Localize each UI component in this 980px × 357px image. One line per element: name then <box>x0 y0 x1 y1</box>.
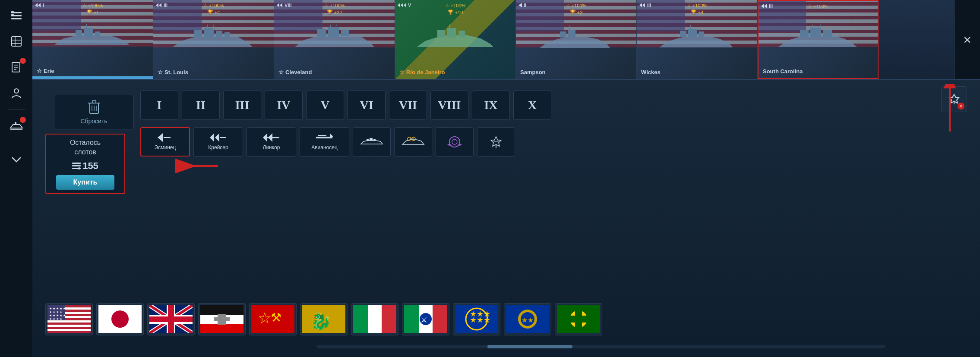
tier-btn-iv[interactable]: IV <box>265 91 303 120</box>
svg-marker-64 <box>215 133 219 142</box>
svg-rect-89 <box>47 320 91 323</box>
ship-name-cleveland: ☆ Cleveland <box>278 69 312 75</box>
tier-btn-ix[interactable]: IX <box>472 91 510 120</box>
sidebar-item-profile[interactable] <box>5 82 28 104</box>
tier-btn-vi[interactable]: VI <box>348 91 386 120</box>
ship-card-sampson[interactable]: II ☆+100% 🏆+3 Sampson <box>516 0 637 79</box>
close-carousel-button[interactable]: × <box>954 0 980 80</box>
svg-rect-50 <box>680 31 686 37</box>
svg-rect-2 <box>11 18 22 19</box>
svg-rect-24 <box>194 30 202 38</box>
tier-btn-v[interactable]: V <box>306 91 344 120</box>
svg-rect-4 <box>11 14 14 16</box>
svg-marker-48 <box>639 3 642 7</box>
scrollbar[interactable] <box>317 345 885 348</box>
svg-text:🐉: 🐉 <box>311 311 332 331</box>
sidebar-item-roster[interactable] <box>5 30 28 53</box>
svg-rect-5 <box>12 37 21 46</box>
stars-southcarolina: ☆+100% <box>808 3 828 9</box>
svg-rect-119 <box>368 305 382 333</box>
flag-btn-pan-europe[interactable]: ★★★ ★★★ <box>453 303 500 335</box>
ship-card-southcarolina[interactable]: III ☆+100% South Carolina <box>758 0 879 79</box>
svg-rect-45 <box>560 31 566 38</box>
type-btn-destroyer[interactable]: Эсминец <box>140 127 190 157</box>
sidebar-item-ships[interactable] <box>5 115 28 138</box>
scrollbar-thumb[interactable] <box>487 345 573 348</box>
book-badge <box>20 58 26 64</box>
svg-rect-71 <box>318 135 326 136</box>
flag-btn-pan-america[interactable] <box>555 303 602 335</box>
slots-count: 2 155 <box>72 160 98 172</box>
ship-card-wickes[interactable]: III ☆+100% 🏆+4 Wickes <box>637 0 758 79</box>
svg-point-98 <box>111 310 129 328</box>
ship-carousel: I ☆ +100% 🏆 +1 <box>32 0 980 80</box>
flag-btn-usa[interactable]: ★ ★ ★ ★ ★ ★ ★ ★ ★ ★ ★ ★ ★ ★ ★ ★ ★ ★ <box>45 303 93 335</box>
type-btn-pin[interactable] <box>477 127 515 157</box>
reset-filter-button[interactable]: Сбросить <box>54 95 134 129</box>
sidebar-item-book[interactable] <box>5 56 28 78</box>
buy-slots-button[interactable]: Купить <box>56 175 115 190</box>
ship-type-filter-row: Эсминец Крейсер Линкор <box>140 127 933 157</box>
tier-badge-southcarolina: III <box>761 3 773 9</box>
type-btn-special2[interactable] <box>394 127 432 157</box>
svg-marker-17 <box>38 3 41 7</box>
flag-btn-uk[interactable] <box>147 303 195 335</box>
ship-image-erie <box>37 13 149 65</box>
flag-btn-japan[interactable] <box>96 303 144 335</box>
svg-text:⚒: ⚒ <box>271 311 281 324</box>
svg-rect-122 <box>404 305 419 333</box>
svg-rect-51 <box>688 29 697 38</box>
svg-marker-31 <box>280 3 282 7</box>
tier-btn-ii[interactable]: II <box>182 91 220 120</box>
flag-btn-commonwealth[interactable]: ★★ <box>504 303 551 335</box>
tier-badge-sampson: II <box>518 3 526 8</box>
tier-btn-x[interactable]: X <box>513 91 551 120</box>
sidebar-item-menu[interactable] <box>5 4 28 27</box>
main-content: I ☆ +100% 🏆 +1 <box>32 0 980 357</box>
type-label-battleship: Линкор <box>263 144 280 150</box>
svg-marker-54 <box>761 4 764 8</box>
svg-point-77 <box>449 137 460 147</box>
stars-cleveland: ☆+100% <box>324 3 345 8</box>
type-btn-special1[interactable] <box>353 127 391 157</box>
svg-rect-90 <box>47 325 91 327</box>
tier-btn-i[interactable]: I <box>140 91 178 120</box>
svg-point-13 <box>14 89 19 93</box>
sidebar-divider-1 <box>8 110 25 110</box>
type-btn-cruiser[interactable]: Крейсер <box>193 127 243 157</box>
stars-wickes: ☆+100% <box>687 3 708 8</box>
ship-card-cleveland[interactable]: VIII ☆+100% 🏆+22 ☆ Clevelan <box>274 0 395 79</box>
svg-rect-42 <box>458 31 465 37</box>
svg-marker-16 <box>35 3 38 7</box>
type-btn-special3[interactable] <box>436 127 474 157</box>
ship-card-riodejaneiro[interactable]: V ☆+100% 🏆+10 ☆ Rio de Janeiro <box>395 0 516 79</box>
type-label-cruiser: Крейсер <box>208 144 228 150</box>
svg-marker-39 <box>404 3 406 7</box>
svg-rect-27 <box>224 32 230 37</box>
tier-btn-viii[interactable]: VIII <box>430 91 468 120</box>
type-btn-carrier[interactable]: Авианосец <box>300 127 349 157</box>
type-btn-battleship[interactable]: Линкор <box>247 127 296 157</box>
svg-point-78 <box>452 139 457 144</box>
svg-rect-57 <box>810 28 821 37</box>
svg-rect-81 <box>72 163 81 164</box>
flag-btn-germany[interactable] <box>198 303 246 335</box>
tier-btn-vii[interactable]: VII <box>389 91 427 120</box>
flag-btn-pan-asia[interactable]: 🐉 <box>300 303 348 335</box>
sidebar-item-chevron-down[interactable] <box>5 148 28 171</box>
svg-rect-46 <box>568 30 575 38</box>
ship-image-southcarolina <box>763 14 873 65</box>
svg-marker-38 <box>401 3 403 7</box>
svg-text:★ ★ ★ ★ ★: ★ ★ ★ ★ ★ <box>49 314 66 317</box>
svg-rect-112 <box>214 317 230 321</box>
flag-btn-italy1[interactable] <box>351 303 398 335</box>
flag-btn-ussr[interactable]: ☆ ⚒ <box>249 303 297 335</box>
ship-card-erie[interactable]: I ☆ +100% 🏆 +1 <box>32 0 153 79</box>
svg-text:★ ★ ★ ★: ★ ★ ★ ★ <box>49 317 62 320</box>
svg-marker-70 <box>330 133 333 137</box>
tier-btn-iii[interactable]: III <box>223 91 261 120</box>
ship-card-stlouis[interactable]: III ☆+100% 🏆+4 ☆ <box>153 0 274 79</box>
stars-stlouis: ☆+100% <box>203 3 224 8</box>
svg-rect-40 <box>437 30 445 38</box>
flag-btn-italy2[interactable]: ⚔ <box>402 303 449 335</box>
